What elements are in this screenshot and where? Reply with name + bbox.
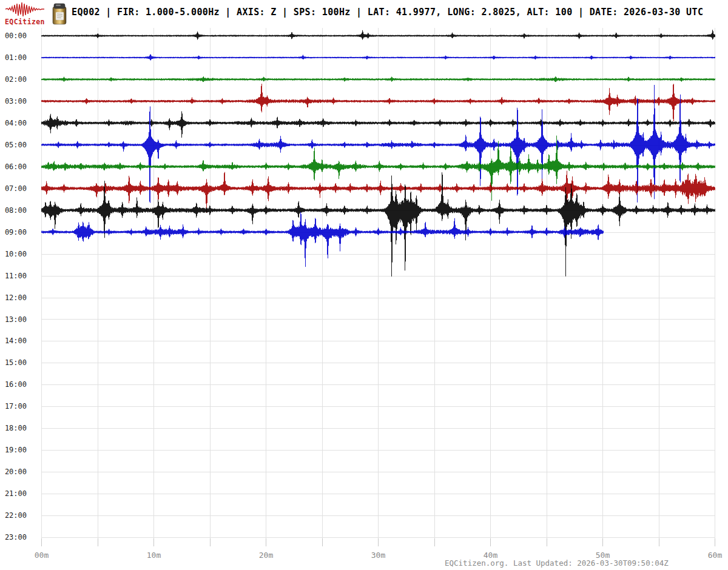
hour-label: 17:00 xyxy=(5,402,27,411)
hour-label: 21:00 xyxy=(5,489,27,498)
page-title: EQ002 | FIR: 1.000-5.000Hz | AXIS: Z | S… xyxy=(72,7,703,18)
geophone-sensor-photo xyxy=(51,2,68,28)
hour-label: 06:00 xyxy=(5,163,27,171)
hour-label: 14:00 xyxy=(5,337,27,345)
hour-label: 05:00 xyxy=(5,141,27,149)
hour-label: 16:00 xyxy=(5,380,27,389)
x-tick-label: 60m xyxy=(708,551,723,560)
brand-name: EQCitizen xyxy=(4,18,46,26)
hour-label: 02:00 xyxy=(5,75,27,84)
hour-label: 07:00 xyxy=(5,184,27,193)
seismic-waveform-icon xyxy=(5,1,45,17)
hour-label: 11:00 xyxy=(5,272,27,280)
hour-label: 15:00 xyxy=(5,358,27,367)
hour-label: 22:00 xyxy=(5,511,27,520)
hour-label: 03:00 xyxy=(5,97,27,106)
hour-label: 00:00 xyxy=(5,32,27,40)
hour-label: 23:00 xyxy=(5,533,27,542)
hour-label: 09:00 xyxy=(5,228,27,236)
x-tick-label: 00m xyxy=(35,551,49,560)
hour-label: 18:00 xyxy=(5,424,27,432)
brand-logo: EQCitizen xyxy=(4,1,46,26)
hour-label: 19:00 xyxy=(5,446,27,454)
helicorder-plot: 00m10m20m30m40m50m60m00:0001:0002:0003:0… xyxy=(0,0,728,570)
hour-label: 13:00 xyxy=(5,315,27,324)
x-tick-label: 10m xyxy=(147,551,161,560)
hour-label: 10:00 xyxy=(5,250,27,258)
x-tick-label: 20m xyxy=(259,551,274,560)
footer-text: EQCitizen.org. Last Updated: 2026-03-30T… xyxy=(445,558,669,568)
hour-label: 12:00 xyxy=(5,293,27,302)
hour-label: 04:00 xyxy=(5,119,27,127)
hour-label: 01:00 xyxy=(5,53,27,62)
x-tick-label: 30m xyxy=(371,551,386,560)
hour-label: 08:00 xyxy=(5,206,27,215)
hour-label: 20:00 xyxy=(5,468,27,476)
